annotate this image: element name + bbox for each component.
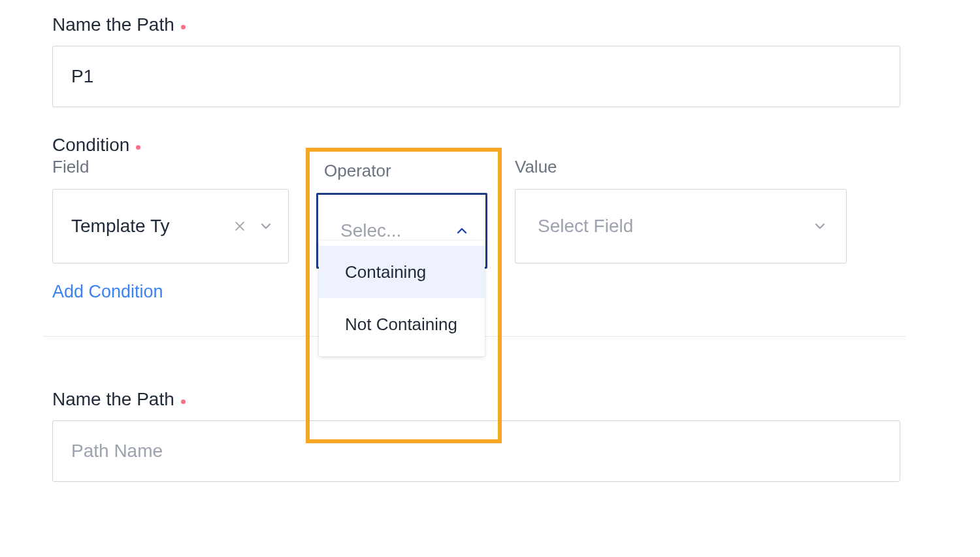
condition-header-text: Condition [52,135,129,156]
operator-sublabel: Operator [316,157,487,181]
condition-header: Condition [52,135,928,156]
chevron-up-icon[interactable] [451,220,472,241]
field-sublabel: Field [52,157,289,177]
value-sublabel: Value [515,157,847,177]
path1-name-label-text: Name the Path [52,14,174,35]
required-dot-icon [136,145,140,150]
field-select[interactable]: Template Ty [52,189,289,263]
required-dot-icon [181,399,186,404]
operator-option-containing[interactable]: Containing [319,246,485,298]
chevron-down-icon[interactable] [809,216,830,237]
path2-name-label: Name the Path [52,389,928,410]
clear-icon[interactable] [229,216,250,237]
value-select-placeholder: Select Field [538,216,809,237]
path2-name-label-text: Name the Path [52,389,174,410]
required-dot-icon [181,25,186,29]
operator-option-not-containing[interactable]: Not Containing [319,298,485,350]
chevron-down-icon[interactable] [255,216,276,237]
path1-name-input[interactable] [52,46,900,107]
path1-name-label: Name the Path [52,14,928,35]
field-select-value: Template Ty [71,216,229,237]
operator-select-placeholder: Selec... [340,220,451,241]
path2-name-input[interactable] [52,420,900,482]
operator-dropdown: Containing Not Containing [319,241,485,356]
add-condition-link[interactable]: Add Condition [52,282,163,302]
value-select[interactable]: Select Field [515,189,847,263]
